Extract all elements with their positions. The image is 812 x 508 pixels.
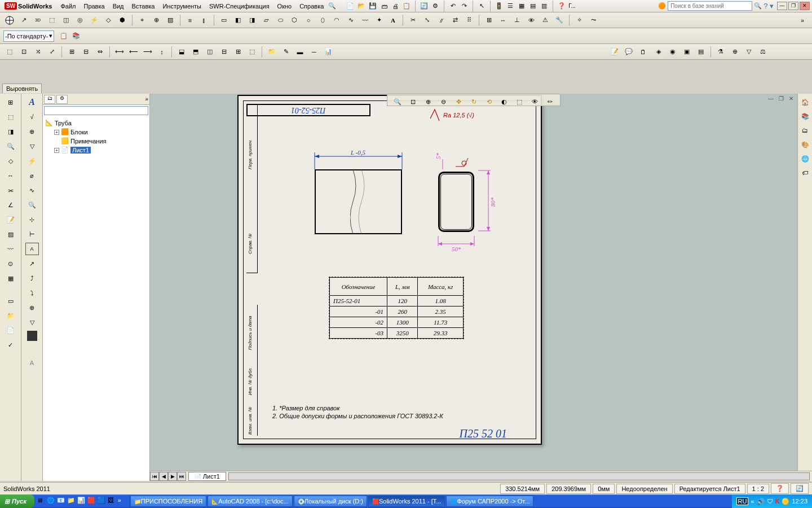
zoom-in-icon[interactable]: ⊕ <box>421 95 435 108</box>
text-icon[interactable]: A <box>387 14 399 27</box>
expander-icon[interactable]: + <box>54 148 59 153</box>
traffic-icon[interactable]: 🚦 <box>495 2 504 11</box>
lt-folder-icon[interactable]: 📁 <box>4 309 17 322</box>
chart-icon[interactable]: 📊 <box>322 46 334 58</box>
parallelogram-icon[interactable]: ▱ <box>260 14 272 27</box>
lt2-last-icon[interactable]: A <box>25 357 39 369</box>
lt2-leader-icon[interactable]: ⤴ <box>25 272 39 284</box>
mirror-icon[interactable]: ⇄ <box>449 14 461 27</box>
menu-tools[interactable]: Инструменты <box>158 1 205 11</box>
horizontal-scrollbar[interactable] <box>228 472 810 480</box>
view-palette-icon[interactable] <box>3 14 16 27</box>
weld-symbol-icon[interactable]: ⚗ <box>714 46 727 58</box>
new-icon[interactable]: 📄 <box>346 2 355 11</box>
spline-icon[interactable]: ∿ <box>345 14 357 27</box>
lt-section-icon[interactable]: ◨ <box>4 125 17 138</box>
lt2-datum-icon[interactable]: ▽ <box>25 140 39 152</box>
lt-wave-icon[interactable]: 〰 <box>4 243 17 255</box>
align-center-icon[interactable]: ⊡ <box>17 46 30 58</box>
tp-appearance-icon[interactable]: 🎨 <box>798 138 812 151</box>
lt2-hole-icon[interactable]: ⌀ <box>25 169 39 182</box>
crop-view-icon[interactable]: ◇ <box>102 14 114 27</box>
drawing-canvas[interactable]: 🔍 ⊡ ⊕ ⊖ ✥ ↻ ⟲ ◐ ⬚ 👁 ✏ — ❐ ✕ П25-52-01 <box>150 94 797 481</box>
tray-clock[interactable]: 12:23 <box>792 498 807 505</box>
options-icon[interactable]: ⚙ <box>431 2 440 11</box>
display-icon[interactable]: 👁 <box>525 14 537 27</box>
sheet-next-icon[interactable]: ▶ <box>168 472 177 481</box>
display-style-icon[interactable]: ⬚ <box>513 95 526 108</box>
linear-pattern-icon[interactable]: ⠿ <box>463 14 475 27</box>
lt-table-icon[interactable]: ▦ <box>4 272 17 284</box>
warn-icon[interactable]: ⚠ <box>539 14 551 27</box>
sheet-first-icon[interactable]: ⏮ <box>150 472 159 481</box>
ql-icon[interactable]: 🟦 <box>98 497 107 506</box>
quick-snap-icon[interactable]: ✧ <box>573 14 585 27</box>
minimize-button[interactable]: — <box>777 2 787 10</box>
lt2-down-icon[interactable]: ▽ <box>25 316 39 329</box>
tp-view-icon[interactable]: 🗂 <box>798 124 812 137</box>
gtol-icon[interactable]: ⊕ <box>729 46 741 58</box>
lt-dim-icon[interactable]: ↔ <box>4 169 17 182</box>
grid1-icon[interactable]: ▦ <box>517 2 526 11</box>
dim-style2-icon[interactable]: ⟵ <box>127 46 140 58</box>
tray-icon[interactable]: 🟡 <box>782 498 789 505</box>
start-button[interactable]: ⊞ Пуск <box>0 494 34 508</box>
lt-page-icon[interactable]: 📄 <box>4 324 17 336</box>
taskbar-item[interactable]: 📐 AutoCAD 2008 - [c:\doc... <box>208 496 293 507</box>
section-view-icon[interactable]: ◫ <box>60 14 72 27</box>
ql-ie-icon[interactable]: 🌐 <box>47 497 56 506</box>
tray-expand-icon[interactable]: « <box>751 498 754 505</box>
ellipse-icon[interactable]: ⬯ <box>316 14 329 27</box>
lt2-surf-icon[interactable]: √ <box>25 111 39 123</box>
lt-aux-icon[interactable]: ◇ <box>4 155 17 167</box>
edit-sheet-icon[interactable]: 🗒 <box>637 46 649 58</box>
toolbar-overflow-icon[interactable]: » <box>796 14 809 27</box>
annot4-icon[interactable]: ▤ <box>695 46 707 58</box>
scale-icon[interactable]: ⚖ <box>757 46 769 58</box>
open-icon[interactable]: 📂 <box>357 2 366 11</box>
select-icon[interactable]: ↖ <box>477 2 486 11</box>
hide-show-icon[interactable]: 👁 <box>528 95 541 108</box>
grid-snap-icon[interactable]: ⊞ <box>483 14 495 27</box>
tree-root[interactable]: 📐 Труба <box>44 119 148 128</box>
lt2-weld-icon[interactable]: ⚡ <box>25 155 39 167</box>
align-horiz-icon[interactable]: ≡ <box>184 14 196 27</box>
para5-icon[interactable]: ⊞ <box>232 46 244 58</box>
taskbar-item[interactable]: 📁 ПРИСПОСОБЛЕНИЯ <box>130 496 206 507</box>
search-small-icon[interactable]: 🔍 <box>328 2 337 11</box>
help-text[interactable]: Г... <box>568 3 576 9</box>
annot1-icon[interactable]: ◈ <box>652 46 665 58</box>
tree-collapse-icon[interactable]: » <box>145 96 148 102</box>
hatch-icon[interactable]: ▨ <box>164 14 176 27</box>
status-scale[interactable]: 1 : 2 <box>747 484 769 494</box>
folder-icon[interactable]: 📁 <box>266 46 278 58</box>
offset-icon[interactable]: ⫽ <box>435 14 447 27</box>
spline2-icon[interactable]: 〰 <box>359 14 371 27</box>
lt2-fill-icon[interactable] <box>27 331 37 341</box>
tree-annotations[interactable]: 🟨 Примечания <box>44 137 148 146</box>
lt2-target-icon[interactable]: ⊕ <box>25 301 39 314</box>
spacing-h-icon[interactable]: ⇔ <box>94 46 106 58</box>
menu-edit[interactable]: Правка <box>80 1 108 11</box>
sw-help-icon[interactable]: ❓ <box>557 2 566 11</box>
tp-decal-icon[interactable]: 🏷 <box>798 167 812 179</box>
tray-lang[interactable]: RU <box>736 497 749 505</box>
expander-icon[interactable]: + <box>54 130 59 135</box>
lt-note-icon[interactable]: 📝 <box>4 213 17 226</box>
arc-icon[interactable]: ◠ <box>330 14 343 27</box>
align-left-icon[interactable]: ⬚ <box>3 46 16 58</box>
pan-icon[interactable]: ✥ <box>452 95 465 108</box>
layers-icon[interactable]: ☰ <box>506 2 515 11</box>
undo-icon[interactable]: ↶ <box>448 2 457 11</box>
tray-icon[interactable]: K <box>775 498 780 505</box>
lt2-multi-icon[interactable]: ⤵ <box>25 287 39 299</box>
rapid-icon[interactable]: ⤳ <box>587 14 599 27</box>
menu-swr-spec[interactable]: SWR-Спецификация <box>205 1 273 11</box>
tree-tab-config-icon[interactable]: ⚙ <box>56 95 68 104</box>
zoom-fit-icon[interactable]: 🔍 <box>391 95 404 108</box>
taskbar-item[interactable]: 💽 Локальный диск (D:) <box>294 496 367 507</box>
print-preview-icon[interactable]: 📋 <box>402 2 411 11</box>
rotate-icon[interactable]: ↻ <box>467 95 480 108</box>
status-help-icon[interactable]: ❓ <box>771 483 789 494</box>
prev-view-icon[interactable]: ⟲ <box>482 95 496 108</box>
